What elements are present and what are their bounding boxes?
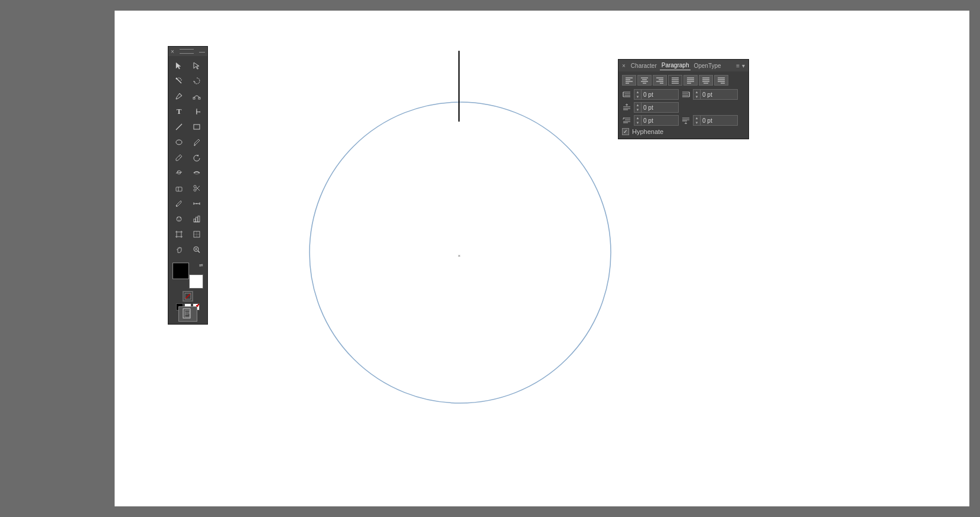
artboard-tool[interactable] [171,227,187,241]
right-indent-arrows[interactable]: ▲ ▼ [694,90,701,99]
justify-left-icon [686,77,695,84]
first-line-indent-svg [623,117,631,124]
graph-tool[interactable] [188,212,205,226]
svg-point-13 [176,140,182,145]
paintbrush-tool[interactable] [188,135,205,149]
space-before-input[interactable] [642,104,672,111]
pen-tool[interactable] [171,89,187,103]
eyedropper-tool[interactable] [171,197,187,211]
hand-tool[interactable] [171,243,187,257]
svg-rect-32 [196,217,198,222]
pencil-tool-icon [175,153,183,162]
pen-tool-icon [175,92,183,100]
indent-row: ▲ ▼ ▲ ▼ [622,89,745,100]
svg-text:T: T [194,110,201,114]
panel-collapse-button[interactable]: ≡ [736,63,740,69]
svg-point-22 [176,205,177,207]
svg-rect-16 [176,187,182,191]
rectangle-tool[interactable] [188,120,205,134]
space-before-arrows[interactable]: ▲ ▼ [634,103,642,112]
lasso-tool[interactable] [188,74,205,88]
svg-line-14 [179,156,181,158]
warp-tool-icon [175,169,183,177]
right-indent-input[interactable] [701,91,731,98]
measure-tool[interactable] [188,197,205,211]
width-tool-icon [193,169,201,177]
opentype-tab[interactable]: OpenType [692,61,722,70]
rotate-tool[interactable] [188,150,205,165]
panel-menu-button[interactable]: ▾ [742,63,745,69]
first-line-indent-stepper: ▲ ▼ [634,115,679,126]
slice-tool[interactable] [188,227,205,241]
curvature-tool[interactable] [188,89,205,103]
left-indent-input[interactable] [642,91,672,98]
svg-rect-33 [198,216,200,222]
warp-tool[interactable] [171,166,187,180]
first-line-indent-arrows[interactable]: ▲ ▼ [634,116,642,125]
left-indent-up[interactable]: ▲ ▼ [634,90,642,99]
justify-center-button[interactable] [699,75,713,86]
eraser-tool-icon [175,184,183,192]
space-after-stepper: ▲ ▼ [693,115,738,126]
foreground-color[interactable] [172,263,189,279]
justify-all-button[interactable] [668,75,682,86]
svg-line-3 [181,80,182,80]
swap-colors-icon[interactable]: ⇄ [199,263,203,268]
svg-rect-55 [185,310,190,317]
selection-tool[interactable] [171,58,187,73]
width-tool[interactable] [188,166,205,180]
line-segment-tool-icon [175,123,183,131]
vertical-type-tool-icon: T [193,107,201,116]
document-icon[interactable] [178,306,197,322]
align-center-button[interactable] [637,75,652,86]
justify-right-button[interactable] [714,75,728,86]
spray-tool-icon [175,215,183,223]
panel-body: ▲ ▼ ▲ ▼ [618,71,748,139]
toolbox-close[interactable]: × [171,48,174,55]
selection-tool-icon [175,61,183,70]
spray-tool[interactable] [171,212,187,226]
zoom-tool[interactable] [188,243,205,257]
svg-rect-12 [194,125,200,129]
right-indent-stepper: ▲ ▼ [693,89,738,100]
alignment-row [622,75,745,86]
eraser-tool[interactable] [171,181,187,195]
paragraph-panel: × Character Paragraph OpenType ≡ ▾ [618,59,749,139]
toolbox-grid: T T [168,56,207,259]
toolbox-drag-handle [180,49,194,54]
right-indent-icon [681,90,691,99]
type-tool[interactable]: T [171,104,187,119]
hyphenate-label: Hyphenate [632,128,663,135]
align-left-button[interactable] [622,75,636,86]
left-indent-stepper: ▲ ▼ [634,89,679,100]
panel-close-button[interactable]: × [622,63,626,69]
pencil-tool[interactable] [171,150,187,165]
left-indent-icon [622,90,631,99]
character-tab[interactable]: Character [629,61,659,70]
fg-bg-colors: ⇄ [172,263,203,289]
right-indent-svg [682,91,690,98]
magic-wand-tool[interactable] [171,74,187,88]
space-before-stepper: ▲ ▼ [634,102,679,113]
svg-line-52 [185,294,190,299]
ellipse-tool[interactable] [171,135,187,149]
space-after-input[interactable] [701,117,731,124]
justify-right-icon [717,77,725,84]
vertical-type-tool[interactable]: T [188,104,205,119]
zoom-tool-icon [193,246,201,254]
scissors-tool[interactable] [188,181,205,195]
hyphenate-checkbox[interactable]: ✓ [622,128,629,135]
rotate-tool-icon [193,153,201,162]
background-color[interactable] [189,274,203,289]
toolbox-collapse[interactable]: — [199,48,205,55]
first-line-indent-input[interactable] [642,117,672,124]
justify-left-button[interactable] [683,75,698,86]
space-after-arrows[interactable]: ▲ ▼ [694,116,701,125]
paragraph-tab-active[interactable]: Paragraph [660,61,691,70]
paintbrush-tool-icon [193,138,201,146]
line-segment-tool[interactable] [171,120,187,134]
direct-selection-tool[interactable] [188,58,205,73]
align-right-button[interactable] [653,75,667,86]
canvas-area: × [115,11,969,506]
none-stroke-indicator[interactable] [183,291,193,302]
